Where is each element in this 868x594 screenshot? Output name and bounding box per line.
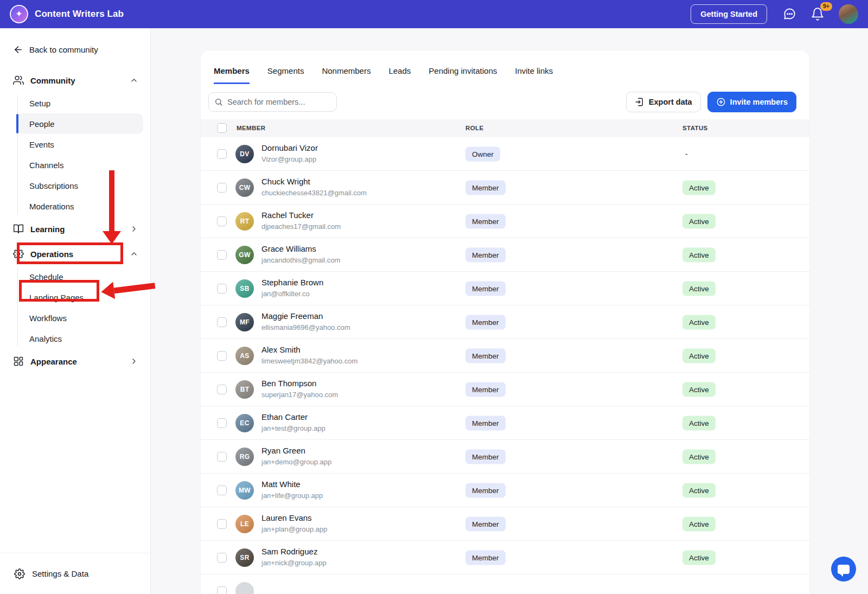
sidebar-item-workflows[interactable]: Workflows bbox=[16, 308, 143, 328]
select-all-checkbox[interactable] bbox=[217, 123, 227, 133]
tab-members[interactable]: Members bbox=[214, 61, 250, 84]
sidebar-item-people[interactable]: People bbox=[16, 113, 143, 134]
sidebar-section-operations[interactable]: Operations bbox=[0, 241, 150, 266]
community-name: Content Writers Lab bbox=[35, 9, 124, 20]
role-cell: Member bbox=[465, 281, 506, 296]
member-search[interactable] bbox=[208, 92, 337, 112]
tab-pending-invitations[interactable]: Pending invitations bbox=[429, 61, 497, 84]
sidebar-item-label: Schedule bbox=[29, 272, 63, 282]
row-checkbox[interactable] bbox=[217, 519, 227, 529]
status-cell: Active bbox=[682, 449, 716, 464]
status-badge: Active bbox=[682, 247, 716, 262]
row-checkbox[interactable] bbox=[217, 553, 227, 563]
community-logo[interactable]: ✦ bbox=[10, 5, 28, 23]
sidebar-item-landing-pages[interactable]: Landing Pages bbox=[16, 287, 143, 308]
row-checkbox[interactable] bbox=[217, 149, 227, 159]
table-row[interactable]: MWMatt Whitejan+life@group.appMemberActi… bbox=[201, 474, 809, 507]
sidebar-item-schedule[interactable]: Schedule bbox=[16, 266, 143, 287]
chat-widget-button[interactable] bbox=[831, 557, 856, 582]
member-email: jancandothis@gmail.com bbox=[261, 256, 340, 264]
member-email: chuckiechesse43821@gmail.com bbox=[261, 189, 367, 197]
role-cell: Member bbox=[465, 247, 506, 262]
invite-members-button[interactable]: Invite members bbox=[707, 92, 796, 112]
status-badge: Active bbox=[682, 180, 716, 195]
role-cell: Member bbox=[465, 180, 506, 195]
sidebar-item-events[interactable]: Events bbox=[16, 134, 143, 155]
search-input[interactable] bbox=[227, 98, 331, 106]
role-cell: Member bbox=[465, 550, 506, 565]
getting-started-button[interactable]: Getting Started bbox=[691, 4, 767, 24]
table-row[interactable]: MFMaggie Freemanellismania9696@yahoo.com… bbox=[201, 305, 809, 339]
table-row[interactable]: LELauren Evansjan+plan@group.appMemberAc… bbox=[201, 507, 809, 541]
row-checkbox[interactable] bbox=[217, 418, 227, 428]
member-email: jan@offkilter.co bbox=[261, 290, 310, 298]
tab-invite-links[interactable]: Invite links bbox=[515, 61, 553, 84]
role-badge: Member bbox=[465, 550, 506, 565]
row-checkbox[interactable] bbox=[217, 216, 227, 226]
export-data-button[interactable]: Export data bbox=[626, 92, 701, 112]
toolbar: Export data Invite members bbox=[208, 92, 799, 112]
sidebar-item-subscriptions[interactable]: Subscriptions bbox=[16, 175, 143, 196]
operations-icon bbox=[13, 248, 24, 259]
row-checkbox[interactable] bbox=[217, 452, 227, 462]
member-email: jan+demo@group.app bbox=[261, 458, 331, 466]
tab-segments[interactable]: Segments bbox=[267, 61, 304, 84]
learning-icon bbox=[13, 223, 24, 234]
table-row[interactable]: SBStephanie Brownjan@offkilter.coMemberA… bbox=[201, 272, 809, 305]
table-row[interactable]: CWChuck Wrightchuckiechesse43821@gmail.c… bbox=[201, 171, 809, 205]
row-checkbox[interactable] bbox=[217, 586, 227, 594]
row-checkbox[interactable] bbox=[217, 250, 227, 260]
member-email: limesweetjm3842@yahoo.com bbox=[261, 357, 358, 365]
role-cell: Member bbox=[465, 315, 506, 329]
row-checkbox[interactable] bbox=[217, 486, 227, 495]
status-cell: Active bbox=[682, 315, 716, 329]
row-checkbox[interactable] bbox=[217, 385, 227, 394]
table-row-partial[interactable] bbox=[201, 574, 809, 594]
row-checkbox[interactable] bbox=[217, 284, 227, 293]
sidebar-item-label: Events bbox=[29, 140, 54, 149]
sparkle-icon: ✦ bbox=[15, 10, 22, 18]
member-email: superjan17@yahoo.com bbox=[261, 391, 338, 399]
row-checkbox[interactable] bbox=[217, 351, 227, 361]
table-row[interactable]: BTBen Thompsonsuperjan17@yahoo.comMember… bbox=[201, 373, 809, 406]
member-email: ellismania9696@yahoo.com bbox=[261, 323, 350, 331]
member-email: djpeaches17@gmail.com bbox=[261, 222, 341, 231]
tab-leads[interactable]: Leads bbox=[388, 61, 411, 84]
notifications-icon[interactable]: 9+ bbox=[810, 7, 825, 21]
appearance-icon bbox=[13, 356, 24, 367]
user-avatar[interactable] bbox=[839, 4, 858, 24]
row-checkbox[interactable] bbox=[217, 183, 227, 193]
table-row[interactable]: GWGrace Williamsjancandothis@gmail.comMe… bbox=[201, 238, 809, 272]
table-row[interactable]: RTRachel Tuckerdjpeaches17@gmail.comMemb… bbox=[201, 205, 809, 238]
status-badge: Active bbox=[682, 281, 716, 296]
table-row[interactable]: RGRyan Greenjan+demo@group.appMemberActi… bbox=[201, 440, 809, 474]
table-row[interactable]: ASAlex Smithlimesweetjm3842@yahoo.comMem… bbox=[201, 339, 809, 373]
sidebar-item-analytics[interactable]: Analytics bbox=[16, 328, 143, 349]
member-name: Chuck Wright bbox=[261, 177, 310, 186]
member-name: Stephanie Brown bbox=[261, 278, 323, 287]
status-badge: Active bbox=[682, 382, 716, 397]
table-row[interactable]: SRSam Rodriguezjan+nick@group.appMemberA… bbox=[201, 541, 809, 574]
sidebar-section-learning[interactable]: Learning bbox=[0, 216, 150, 241]
sidebar-section-appearance[interactable]: Appearance bbox=[0, 349, 150, 374]
sidebar-section-community[interactable]: Community bbox=[0, 68, 150, 93]
messages-icon[interactable] bbox=[782, 7, 796, 21]
sidebar-item-channels[interactable]: Channels bbox=[16, 155, 143, 175]
member-email: Vizor@group.app bbox=[261, 155, 316, 163]
row-checkbox[interactable] bbox=[217, 317, 227, 327]
chat-bubble-icon bbox=[838, 565, 850, 574]
settings-and-data-link[interactable]: Settings & Data bbox=[0, 553, 150, 594]
role-cell: Member bbox=[465, 348, 506, 363]
role-badge: Member bbox=[465, 382, 506, 397]
back-to-community-link[interactable]: Back to community bbox=[0, 28, 150, 56]
role-badge: Member bbox=[465, 180, 506, 195]
table-row[interactable]: DVDornubari VizorVizor@group.appOwner- bbox=[201, 137, 809, 171]
column-header-status: STATUS bbox=[682, 119, 708, 137]
table-header: MEMBER ROLE STATUS bbox=[201, 119, 809, 137]
sidebar-item-setup[interactable]: Setup bbox=[16, 93, 143, 113]
table-row[interactable]: ECEthan Carterjan+test@group.appMemberAc… bbox=[201, 406, 809, 440]
tab-nonmembers[interactable]: Nonmembers bbox=[322, 61, 371, 84]
sidebar-item-moderations[interactable]: Moderations bbox=[16, 196, 143, 216]
member-avatar: AS bbox=[235, 347, 254, 365]
member-name: Sam Rodriguez bbox=[261, 547, 317, 556]
